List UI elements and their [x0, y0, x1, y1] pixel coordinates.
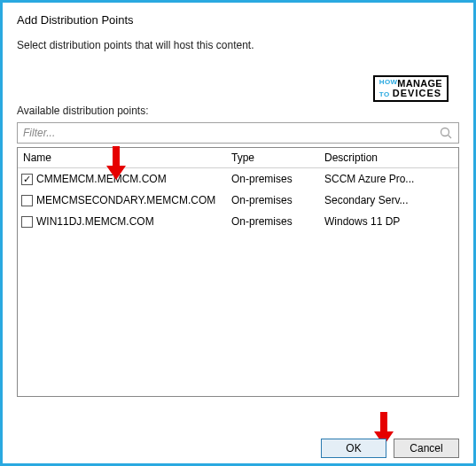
svg-line-1: [449, 136, 452, 139]
checkbox[interactable]: [21, 174, 33, 185]
button-bar: OK Cancel: [321, 439, 459, 458]
ok-button[interactable]: OK: [321, 439, 386, 458]
distribution-points-grid[interactable]: Name Type Description CMMEMCM.MEMCM.COM …: [17, 147, 459, 397]
row-name: CMMEMCM.MEMCM.COM: [36, 173, 167, 185]
row-desc: Secondary Serv...: [319, 190, 458, 210]
row-desc: SCCM Azure Pro...: [319, 169, 458, 189]
row-name: WIN11DJ.MEMCM.COM: [36, 215, 154, 228]
grid-body: CMMEMCM.MEMCM.COM On-premises SCCM Azure…: [18, 168, 458, 232]
checkbox[interactable]: [21, 195, 33, 206]
row-name: MEMCMSECONDARY.MEMCM.COM: [36, 194, 215, 206]
cancel-button[interactable]: Cancel: [394, 439, 459, 458]
table-row[interactable]: CMMEMCM.MEMCM.COM On-premises SCCM Azure…: [18, 168, 458, 190]
filter-input[interactable]: [18, 123, 432, 143]
table-row[interactable]: MEMCMSECONDARY.MEMCM.COM On-premises Sec…: [18, 190, 458, 211]
row-type: On-premises: [226, 212, 319, 231]
column-header-description[interactable]: Description: [319, 148, 458, 167]
svg-point-0: [441, 128, 449, 136]
row-type: On-premises: [226, 190, 319, 210]
grid-header: Name Type Description: [18, 148, 458, 168]
column-header-type[interactable]: Type: [226, 148, 319, 167]
dialog-subtitle: Select distribution points that will hos…: [17, 39, 459, 51]
checkbox[interactable]: [21, 216, 33, 228]
dialog-title: Add Distribution Points: [17, 13, 459, 27]
available-label: Available distribution points:: [17, 105, 459, 117]
search-icon[interactable]: [439, 126, 453, 140]
table-row[interactable]: WIN11DJ.MEMCM.COM On-premises Windows 11…: [18, 211, 458, 232]
watermark-logo: HOWMANAGE TO DEVICES: [373, 75, 449, 102]
row-type: On-premises: [226, 169, 319, 189]
filter-box[interactable]: [17, 122, 459, 144]
row-desc: Windows 11 DP: [319, 212, 458, 231]
column-header-name[interactable]: Name: [18, 148, 226, 167]
